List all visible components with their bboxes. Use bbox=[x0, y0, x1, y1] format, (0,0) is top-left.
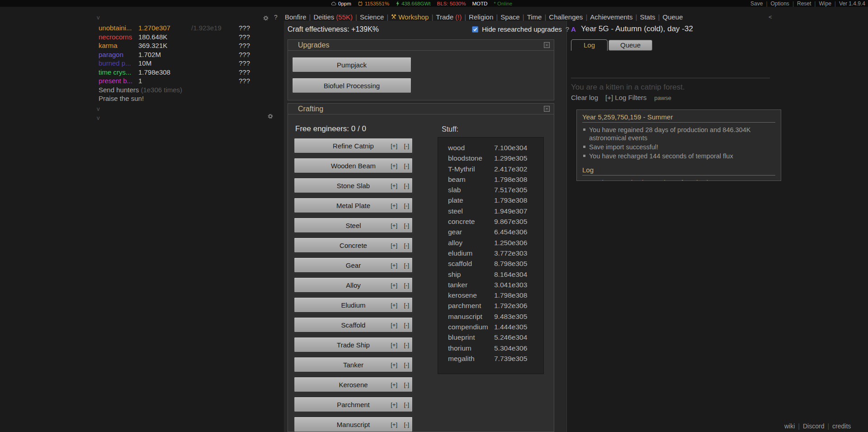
craft-plus-button[interactable]: [+] bbox=[391, 222, 397, 229]
craft-plus-button[interactable]: [+] bbox=[391, 162, 397, 169]
craft-minus-button[interactable]: [-] bbox=[404, 222, 409, 229]
craft-plus-button[interactable]: [+] bbox=[391, 202, 397, 209]
tab-deities[interactable]: Deities (55K) bbox=[313, 13, 353, 21]
praise-the-sun-link[interactable]: Praise the sun! bbox=[99, 95, 144, 102]
upgrade-button-pumpjack[interactable]: Pumpjack bbox=[292, 57, 411, 72]
resource-row: karma369.321K??? bbox=[97, 42, 314, 51]
resource-value: 369.321K bbox=[138, 42, 167, 49]
resource-rate: ??? bbox=[239, 51, 250, 58]
craft-minus-button[interactable]: [-] bbox=[404, 302, 409, 309]
separator: | bbox=[835, 0, 836, 7]
gear-icon[interactable] bbox=[268, 113, 273, 118]
tab-science[interactable]: Science bbox=[360, 13, 384, 21]
craft-minus-button[interactable]: [-] bbox=[404, 142, 409, 149]
collapse-right-panel-icon[interactable]: < bbox=[769, 13, 772, 21]
tab-challenges[interactable]: Challenges bbox=[549, 13, 583, 21]
tab-time[interactable]: Time bbox=[527, 13, 542, 21]
craft-minus-button[interactable]: [-] bbox=[404, 401, 409, 408]
help-icon[interactable]: ? bbox=[274, 13, 278, 21]
stuff-row: alloy1.250e306 bbox=[438, 239, 543, 249]
upgrade-button-biofuel-processing[interactable]: Biofuel Processing bbox=[292, 78, 411, 93]
craft-button-concrete[interactable]: Concrete[+][-] bbox=[294, 237, 413, 253]
tab-queue[interactable]: Queue bbox=[609, 40, 652, 51]
gear-icon[interactable] bbox=[263, 14, 269, 20]
stuff-name: concrete bbox=[448, 218, 475, 226]
craft-button-refine-catnip[interactable]: Refine Catnip[+][-] bbox=[294, 138, 413, 153]
tab-log[interactable]: Log bbox=[571, 39, 608, 51]
craft-minus-button[interactable]: [-] bbox=[404, 381, 409, 388]
stuff-value: 7.100e304 bbox=[494, 144, 527, 152]
craft-button-metal-plate[interactable]: Metal Plate[+][-] bbox=[294, 198, 413, 213]
log-block: LogYou have regained 1447 days of produc… bbox=[582, 166, 775, 181]
craft-button-trade-ship[interactable]: Trade Ship[+][-] bbox=[294, 337, 413, 352]
chevron-collapse-icon[interactable]: v bbox=[97, 114, 100, 121]
tab-religion[interactable]: Religion bbox=[469, 13, 493, 21]
tab-stats[interactable]: Stats bbox=[640, 13, 655, 21]
craft-plus-button[interactable]: [+] bbox=[391, 242, 397, 249]
tab-bonfire[interactable]: Bonfire bbox=[285, 13, 307, 21]
topbar-link-options[interactable]: Options bbox=[771, 0, 789, 7]
stuff-row: thorium5.304e306 bbox=[438, 344, 543, 355]
craft-minus-button[interactable]: [-] bbox=[404, 361, 409, 368]
send-hunters-link[interactable]: Send hunters bbox=[99, 86, 139, 94]
craft-button-wooden-beam[interactable]: Wooden Beam[+][-] bbox=[294, 158, 413, 173]
tab-space[interactable]: Space bbox=[500, 13, 520, 21]
craft-plus-button[interactable]: [+] bbox=[391, 401, 397, 408]
pollution-value: 0ppm bbox=[338, 1, 351, 6]
craft-plus-button[interactable]: [+] bbox=[391, 282, 397, 289]
tab-workshop[interactable]: Workshop bbox=[391, 13, 429, 21]
craft-plus-button[interactable]: [+] bbox=[391, 342, 397, 348]
topbar-link-reset[interactable]: Reset bbox=[797, 0, 811, 7]
craft-plus-button[interactable]: [+] bbox=[391, 182, 397, 189]
craft-button-alloy[interactable]: Alloy[+][-] bbox=[294, 277, 413, 293]
collapse-panel-icon[interactable]: - bbox=[544, 106, 550, 112]
craft-plus-button[interactable]: [+] bbox=[391, 262, 397, 269]
topbar-link-save[interactable]: Save bbox=[750, 0, 763, 7]
clear-log-button[interactable]: Clear log bbox=[571, 94, 598, 101]
craft-plus-button[interactable]: [+] bbox=[391, 142, 397, 149]
hide-researched-checkbox[interactable] bbox=[472, 26, 478, 33]
footer-link-discord[interactable]: Discord bbox=[803, 423, 824, 430]
craft-button-gear[interactable]: Gear[+][-] bbox=[294, 257, 413, 273]
separator: | bbox=[387, 13, 388, 21]
craft-minus-button[interactable]: [-] bbox=[404, 262, 409, 269]
pawse-button[interactable]: pawse bbox=[654, 95, 671, 101]
craft-minus-button[interactable]: [-] bbox=[404, 342, 409, 348]
craft-button-steel[interactable]: Steel[+][-] bbox=[294, 218, 413, 233]
tab-achievements[interactable]: Achievements bbox=[590, 13, 632, 21]
stuff-name: compendium bbox=[448, 323, 488, 331]
craft-plus-button[interactable]: [+] bbox=[391, 302, 397, 309]
craft-plus-button[interactable]: [+] bbox=[391, 361, 397, 368]
craft-minus-button[interactable]: [-] bbox=[404, 242, 409, 249]
tab-label: Challenges bbox=[549, 13, 583, 21]
stuff-name: megalith bbox=[448, 355, 475, 363]
craft-minus-button[interactable]: [-] bbox=[404, 322, 409, 328]
craft-button-tanker[interactable]: Tanker[+][-] bbox=[294, 357, 413, 372]
online-status[interactable]: * Online bbox=[494, 1, 512, 6]
chevron-collapse-icon[interactable]: v bbox=[97, 105, 100, 112]
tab-queue[interactable]: Queue bbox=[663, 13, 683, 21]
craft-minus-button[interactable]: [-] bbox=[404, 202, 409, 209]
craft-minus-button[interactable]: [-] bbox=[404, 162, 409, 169]
craft-minus-button[interactable]: [-] bbox=[404, 182, 409, 189]
craft-button-kerosene[interactable]: Kerosene[+][-] bbox=[294, 377, 413, 392]
footer-link-credits[interactable]: credits bbox=[832, 423, 851, 430]
craft-minus-button[interactable]: [-] bbox=[404, 282, 409, 289]
craft-button-eludium[interactable]: Eludium[+][-] bbox=[294, 297, 413, 313]
craft-button-parchment[interactable]: Parchment[+][-] bbox=[294, 397, 413, 412]
footer-link-wiki[interactable]: wiki bbox=[784, 423, 795, 430]
craft-plus-button[interactable]: [+] bbox=[391, 381, 397, 388]
craft-plus-button[interactable]: [+] bbox=[391, 322, 397, 328]
collapse-panel-icon[interactable]: - bbox=[544, 42, 550, 48]
craft-button-manuscript[interactable]: Manuscript[+][-] bbox=[294, 417, 413, 432]
craft-minus-button[interactable]: [-] bbox=[404, 421, 409, 428]
craft-button-scaffold[interactable]: Scaffold[+][-] bbox=[294, 317, 413, 332]
motd-link[interactable]: MOTD bbox=[472, 1, 487, 6]
stuff-name: plate bbox=[448, 196, 463, 204]
topbar-link-wipe[interactable]: Wipe bbox=[819, 0, 831, 7]
craft-plus-button[interactable]: [+] bbox=[391, 421, 397, 428]
log-filters-button[interactable]: [+] Log Filters bbox=[605, 94, 646, 101]
help-icon[interactable]: ? bbox=[566, 25, 569, 33]
tab-trade[interactable]: Trade(!) bbox=[436, 13, 462, 21]
craft-button-stone-slab[interactable]: Stone Slab[+][-] bbox=[294, 178, 413, 193]
